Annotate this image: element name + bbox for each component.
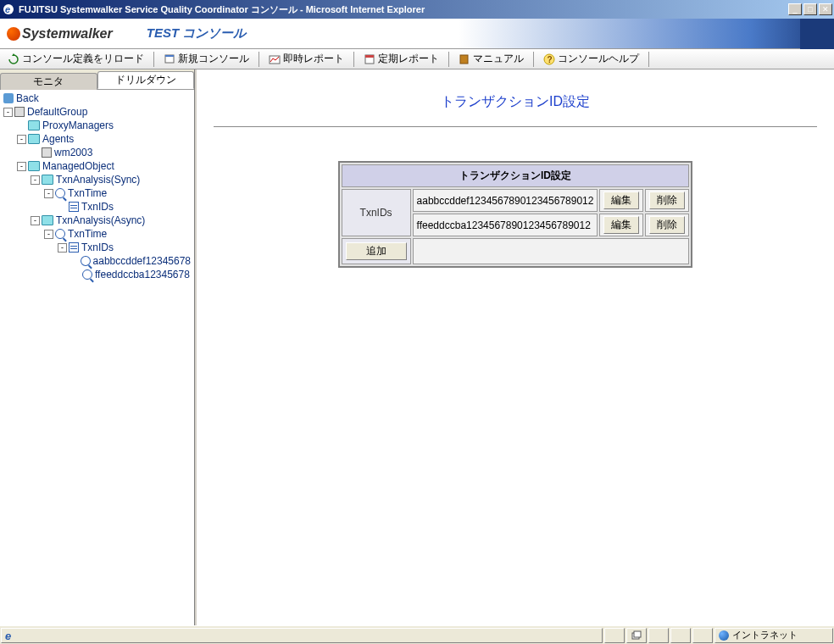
txn-id-cell: ffeeddccba1234567890123456789012 [413, 214, 598, 236]
txn-id-cell: aabbccddef1234567890123456789012 [413, 189, 598, 212]
svg-rect-11 [634, 631, 641, 637]
window-maximize-button[interactable]: □ [803, 3, 817, 15]
toolbar-separator [153, 52, 154, 67]
tree-default-group[interactable]: -DefaultGroup [3, 105, 191, 119]
globe-icon [7, 27, 20, 41]
tree-agents[interactable]: -Agents [3, 132, 191, 146]
brand-subtitle: TEST コンソール [147, 25, 247, 42]
delete-button[interactable]: 削除 [649, 216, 685, 234]
collapse-icon[interactable]: - [58, 243, 67, 253]
list-icon [69, 242, 79, 253]
reload-label: コンソール定義をリロード [22, 52, 144, 66]
edit-cell: 編集 [599, 214, 643, 236]
tree-label: ManagedObject [42, 160, 114, 172]
new-console-button[interactable]: 新規コンソール [158, 49, 255, 69]
tree-label: TxnIDs [81, 242, 114, 253]
toolbar-separator [259, 52, 259, 67]
collapse-icon[interactable]: - [31, 175, 40, 185]
tree-label: TxnIDs [81, 201, 114, 213]
tree-label: TxnAnalysis(Async) [56, 214, 145, 226]
manual-label: マニュアル [473, 52, 524, 66]
tree-back-label: Back [16, 92, 39, 104]
status-cell [648, 628, 669, 643]
add-button[interactable]: 追加 [346, 242, 407, 260]
tree-label: TxnTime [68, 187, 107, 199]
status-zone-label: イントラネット [732, 629, 798, 641]
brand-bar: Systemwalker TEST コンソール [0, 19, 834, 49]
tab-drilldown[interactable]: ドリルダウン [97, 71, 195, 89]
manual-button[interactable]: マニュアル [453, 49, 530, 69]
status-zone: イントラネット [714, 628, 833, 643]
ie-icon: e [2, 3, 15, 16]
txn-config-table: トランザクションID設定 TxnIDs aabbccddef1234567890… [338, 161, 693, 268]
svg-text:e: e [5, 4, 10, 14]
collapse-icon[interactable]: - [44, 230, 53, 239]
tree-id-2[interactable]: ffeeddccba12345678 [3, 268, 191, 281]
server-icon [14, 107, 25, 117]
host-icon [42, 147, 52, 158]
intranet-icon [719, 630, 729, 641]
reload-console-button[interactable]: コンソール定義をリロード [2, 49, 150, 69]
tab-monitor[interactable]: モニタ [0, 73, 97, 90]
reload-icon [8, 53, 19, 65]
delete-cell: 削除 [645, 189, 689, 212]
svg-rect-3 [165, 55, 174, 57]
instant-report-icon [269, 53, 281, 65]
svg-rect-6 [365, 55, 374, 58]
tree-proxy-managers[interactable]: ProxyManagers [3, 119, 191, 132]
edit-cell: 編集 [599, 189, 643, 212]
instant-report-button[interactable]: 即時レポート [263, 49, 350, 69]
collapse-icon[interactable]: - [44, 189, 53, 198]
tree-label: wm2003 [54, 147, 92, 158]
list-icon [69, 202, 79, 212]
brand-logo: Systemwalker [7, 26, 113, 42]
collapse-icon[interactable]: - [3, 108, 13, 117]
tree-id-1[interactable]: aabbccddef12345678 [3, 254, 191, 268]
brand-cube-icon [800, 19, 834, 49]
tree-view[interactable]: Back -DefaultGroup ProxyManagers -Agents… [0, 90, 194, 644]
folder-icon [42, 175, 53, 185]
delete-button[interactable]: 削除 [649, 192, 685, 209]
status-bar: イントラネット [0, 625, 834, 644]
toolbar-separator [648, 52, 649, 67]
edit-button[interactable]: 編集 [603, 216, 639, 234]
tree-txn-analysis-async[interactable]: -TxnAnalysis(Async) [3, 214, 191, 227]
edit-button[interactable]: 編集 [603, 192, 639, 209]
ie-small-icon [5, 630, 17, 641]
status-cell [604, 628, 625, 643]
toolbar-separator [533, 52, 534, 67]
folder-icon [28, 161, 40, 171]
svg-text:?: ? [548, 55, 553, 64]
tree-txn-analysis-sync[interactable]: -TxnAnalysis(Sync) [3, 173, 191, 186]
periodic-report-button[interactable]: 定期レポート [358, 49, 445, 69]
tree-txn-time-2[interactable]: -TxnTime [3, 227, 191, 241]
add-cell: 追加 [342, 238, 411, 264]
tree-label: TxnAnalysis(Sync) [56, 174, 140, 186]
divider [214, 126, 817, 127]
collapse-icon[interactable]: - [17, 162, 26, 171]
tree-txn-ids-2[interactable]: -TxnIDs [3, 241, 191, 254]
svg-rect-7 [460, 55, 468, 64]
window-close-button[interactable]: ✕ [819, 3, 832, 15]
tree-txn-ids-1[interactable]: TxnIDs [3, 200, 191, 214]
new-console-label: 新規コンソール [178, 52, 249, 66]
status-popup-cell [626, 628, 647, 643]
tree-wm2003[interactable]: wm2003 [3, 146, 191, 159]
help-button[interactable]: ?コンソールヘルプ [537, 49, 645, 69]
tree-txn-time-1[interactable]: -TxnTime [3, 186, 191, 200]
tree-label: TxnTime [68, 228, 107, 240]
tab-row: モニタ ドリルダウン [0, 69, 194, 90]
tree-back[interactable]: Back [3, 92, 191, 105]
instant-report-label: 即時レポート [283, 52, 344, 66]
back-icon [3, 93, 14, 103]
magnifier-icon [55, 229, 65, 239]
collapse-icon[interactable]: - [31, 216, 40, 225]
tree-managed-object[interactable]: -ManagedObject [3, 159, 191, 173]
window-minimize-button[interactable]: _ [788, 3, 802, 15]
toolbar: コンソール定義をリロード 新規コンソール 即時レポート 定期レポート マニュアル… [0, 49, 834, 69]
toolbar-separator [353, 52, 354, 67]
empty-cell [413, 238, 690, 264]
magnifier-icon [82, 269, 92, 280]
collapse-icon[interactable]: - [17, 135, 26, 144]
table-header: トランザクションID設定 [342, 164, 690, 187]
